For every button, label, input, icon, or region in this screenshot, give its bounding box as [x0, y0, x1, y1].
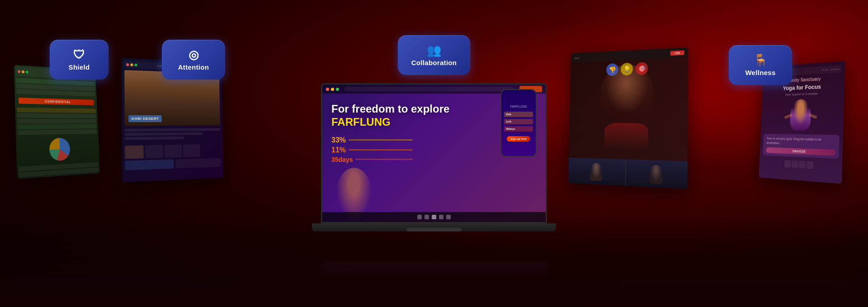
dot-red — [326, 88, 329, 91]
laptop-screen: For freedom to explore FARFLUNG 33% 11% — [321, 83, 547, 223]
stats-block: 33% 11% 35days — [331, 136, 413, 163]
live-badge: LIVE — [670, 50, 684, 56]
wellness-label: Wellness — [745, 69, 775, 76]
video-icons-float: 👎 💡 🎯 — [606, 62, 648, 76]
tool-icon — [784, 160, 791, 168]
ss-row — [17, 113, 96, 118]
ss-row — [17, 108, 96, 113]
reflection-floor — [0, 239, 868, 307]
dot-green — [26, 71, 28, 73]
phone-cta-btn[interactable]: Sign up here — [507, 136, 530, 142]
shield-icon: 🛡 — [73, 49, 85, 61]
slide-text — [125, 126, 221, 143]
ss-row — [17, 119, 96, 123]
badge-attention: ◎ Attention — [162, 40, 225, 80]
bottom-icon — [446, 215, 451, 219]
slide-thumb — [125, 145, 143, 159]
ss-row — [18, 129, 97, 135]
shield-label: Shield — [69, 63, 90, 71]
dot-red — [126, 63, 129, 66]
dot-yellow — [22, 71, 24, 73]
ss-row — [18, 124, 97, 129]
video-grid — [568, 158, 688, 189]
stat-35days: 35days — [331, 156, 353, 163]
slide-thumb — [183, 144, 200, 157]
phone-stat3: 35days — [506, 128, 515, 130]
lightbulb-icon: 💡 — [621, 63, 633, 76]
slide-thumb — [164, 145, 182, 158]
dot-green — [336, 88, 339, 91]
card-videocall: ●●● LIVE 👎 💡 🎯 — [568, 47, 688, 189]
slide-thumb — [145, 145, 163, 159]
scale-label: Scale — [822, 68, 828, 71]
dot-red — [18, 70, 20, 73]
stat-bar — [349, 149, 413, 151]
tool-icon — [792, 161, 798, 168]
headline-text: For freedom to explore FARFLUNG — [331, 103, 454, 129]
pie-chart — [49, 138, 70, 161]
pres-action-btn — [125, 159, 174, 170]
wellness-snooze-btn[interactable]: SNOOZE — [766, 147, 835, 156]
red-jacket — [604, 123, 648, 151]
episodes-btn[interactable]: Episodes — [571, 187, 590, 189]
pres-bottom-row — [125, 158, 221, 170]
card-spreadsheet: CONFIDENTIAL — [14, 65, 100, 179]
dot-green — [135, 64, 137, 66]
badge-shield: 🛡 Shield — [50, 40, 108, 80]
badge-collaboration: 👥 Collaboration — [398, 35, 470, 75]
slide-thumbnails — [125, 144, 221, 159]
wellness-toolbar — [762, 159, 839, 171]
phone-stat2: 11% — [506, 120, 511, 123]
yoga-figure — [790, 99, 811, 131]
video-cell-1 — [568, 158, 625, 187]
gobi-label: GOBI DESERT — [128, 115, 161, 122]
tool-icon — [807, 161, 814, 169]
url-bar — [344, 87, 514, 91]
bottom-icon — [439, 215, 443, 219]
video-cell-2 — [625, 159, 687, 189]
participant-avatar — [649, 165, 663, 184]
stat-11: 11% — [331, 146, 346, 154]
attention-label: Attention — [178, 63, 209, 71]
stat-bar — [349, 139, 413, 141]
bottom-icon — [425, 215, 429, 219]
arm-left — [784, 113, 793, 119]
dot-yellow — [331, 88, 334, 91]
dot-yellow — [130, 63, 133, 66]
target-icon: 🎯 — [636, 62, 648, 75]
laptop-wrapper: 👥 Collaboration For free — [321, 40, 547, 231]
arm-right — [808, 113, 817, 119]
stat-bar — [355, 159, 413, 160]
pres-action-btn — [175, 158, 221, 168]
stat-33: 33% — [331, 136, 346, 144]
settings-label: Settings — [830, 67, 840, 71]
bottom-icon — [417, 215, 422, 219]
collaboration-label: Collaboration — [411, 59, 457, 66]
attention-icon: ◎ — [189, 49, 199, 61]
wellness-popup-text: Time to set your goal. Drag the bubble t… — [766, 136, 836, 147]
thumbs-down-icon: 👎 — [606, 63, 618, 76]
laptop-bottombar — [322, 212, 546, 222]
app-name: ●●● — [574, 56, 579, 59]
confidential-badge: CONFIDENTIAL — [19, 98, 94, 105]
wellness-icon: 🪑 — [753, 54, 768, 66]
laptop-base — [312, 223, 556, 231]
tool-icon — [799, 161, 806, 169]
collaboration-icon: 👥 — [427, 44, 441, 56]
badge-wellness: 🪑 Wellness — [729, 45, 792, 85]
scene: CONFIDENTIAL Format — [0, 0, 868, 307]
phone-stat1: 33% — [506, 113, 511, 116]
audio-subtitles-btn[interactable]: Audio & Subtitles — [590, 189, 621, 189]
bottom-icon-active — [432, 215, 436, 219]
participant-avatar — [590, 163, 603, 181]
phone-title: FARFLUNG — [510, 105, 527, 108]
phone-mockup: FARFLUNG 33% 11% 35days Sign up here — [500, 89, 537, 157]
wellness-popup: Time to set your goal. Drag the bubble t… — [763, 134, 840, 159]
